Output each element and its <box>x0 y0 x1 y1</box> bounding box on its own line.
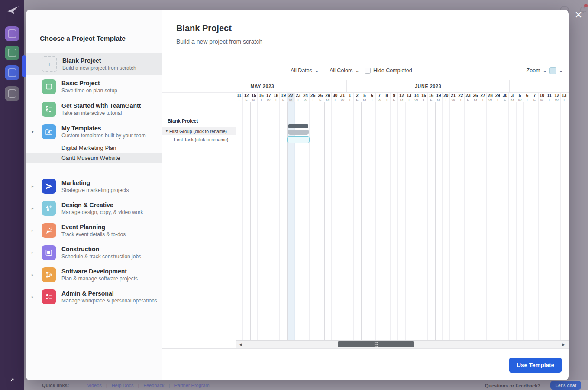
caret-right-icon[interactable]: ▸ <box>32 206 34 211</box>
chevron-down-icon: ⌄ <box>543 68 547 73</box>
app-icon-purple[interactable] <box>5 26 19 41</box>
footer-link-partner-program[interactable]: Partner Program <box>174 383 209 388</box>
caret-down-icon[interactable]: ▾ <box>166 129 168 133</box>
template-item-my-templates[interactable]: ▾My TemplatesCustom templates built by y… <box>26 120 162 143</box>
template-item-get-started-with-teamgantt[interactable]: Get Started with TeamGanttTake an intera… <box>26 98 162 120</box>
scroll-left-arrow[interactable]: ◀ <box>236 341 244 348</box>
close-icon[interactable]: ✕ <box>573 10 584 20</box>
grid-column <box>280 102 287 341</box>
zoom-controls[interactable]: Zoom ⌄ ⌄ <box>527 62 563 79</box>
month-header-may-2023: MAY 2023 <box>236 80 347 92</box>
scrollbar-thumb[interactable] <box>338 341 414 347</box>
template-subtitle: Strategize marketing projects <box>61 187 129 193</box>
shapes-icon <box>42 201 56 216</box>
day-column-header: 28W <box>487 93 494 102</box>
grid-column <box>450 102 457 341</box>
day-column-header: 7W <box>376 93 383 102</box>
day-column-header: 24W <box>302 93 310 102</box>
caret-right-icon[interactable]: ▸ <box>32 228 34 233</box>
caret-right-icon[interactable]: ▸ <box>32 295 34 299</box>
task-bar[interactable] <box>287 136 309 143</box>
day-column-header: 20T <box>443 93 450 102</box>
caret-down-icon[interactable]: ▾ <box>32 130 34 134</box>
day-column-header: 26M <box>472 93 479 102</box>
gantt-horizontal-scrollbar[interactable]: ◀ ▶ <box>236 340 569 348</box>
template-item-construction[interactable]: ▸ConstructionSchedule & track constructi… <box>26 241 162 263</box>
teamgantt-logo-icon[interactable] <box>7 5 19 16</box>
app-icon-gray[interactable] <box>5 86 19 101</box>
hide-completed-toggle[interactable]: Hide Completed <box>365 62 412 79</box>
feedback-question: Questions or Feedback? <box>485 383 540 388</box>
day-column-header: 29M <box>324 93 332 102</box>
template-item-admin-personal[interactable]: ▸Admin & PersonalManage workplace & pers… <box>26 286 162 308</box>
gantt-task-row[interactable]: First Task (click to rename) <box>162 136 236 143</box>
group-label[interactable]: First Group (click to rename) <box>169 129 227 134</box>
link-separator: | <box>138 383 139 388</box>
group-bar[interactable] <box>288 130 309 135</box>
month-header <box>510 80 569 92</box>
day-column-header: 5M <box>361 93 368 102</box>
template-item-event-planning[interactable]: ▸Event PlanningTrack event details & to-… <box>26 219 162 241</box>
day-column-header: 11T <box>236 93 243 102</box>
grid-column <box>354 102 361 341</box>
caret-right-icon[interactable]: ▸ <box>32 273 34 277</box>
project-summary-line <box>236 127 569 127</box>
checklist-icon <box>42 289 56 304</box>
grid-column <box>509 102 516 341</box>
grid-column <box>443 102 450 341</box>
grid-column <box>339 102 346 341</box>
grid-column <box>428 102 435 341</box>
zoom-color-swatch[interactable] <box>549 67 556 74</box>
template-item-basic-project[interactable]: Basic ProjectSave time on plan setup <box>26 75 162 98</box>
party-popper-icon <box>42 223 56 238</box>
panel-heading: Choose a Project Template <box>26 10 162 42</box>
zoom-label: Zoom <box>527 68 540 74</box>
day-column-header: 6T <box>368 93 376 102</box>
share-icon[interactable] <box>5 373 19 387</box>
scroll-right-arrow[interactable]: ▶ <box>560 341 568 348</box>
app-icon-blue[interactable] <box>5 65 19 80</box>
all-dates-dropdown[interactable]: All Dates ⌄ <box>291 62 319 79</box>
grid-column <box>368 102 376 341</box>
template-item-software-development[interactable]: ▸Software DevelopmentPlan & manage softw… <box>26 263 162 286</box>
grid-column <box>457 102 465 341</box>
grid-column <box>250 102 258 341</box>
my-template-label: Digital Marketing Plan <box>61 145 116 151</box>
gantt-group-row[interactable]: ▾ First Group (click to rename) <box>162 127 236 135</box>
footer-link-videos[interactable]: Videos <box>87 383 101 388</box>
grid-column <box>272 102 280 341</box>
quick-links-label: Quick links: <box>42 383 69 388</box>
day-column-header: 2F <box>354 93 361 102</box>
my-template-gantt-museum-website[interactable]: Gantt Museum Website <box>26 153 162 163</box>
app-icon-green[interactable] <box>5 46 19 60</box>
my-template-digital-marketing-plan[interactable]: Digital Marketing Plan <box>26 143 162 153</box>
task-label[interactable]: First Task (click to rename) <box>174 137 228 142</box>
day-column-header: 13T <box>405 93 413 102</box>
day-column-header: 15M <box>250 93 258 102</box>
grid-column <box>479 102 487 341</box>
day-column-header: 12W <box>553 93 561 102</box>
my-template-label: Gantt Museum Website <box>61 155 120 161</box>
chevron-down-icon: ⌄ <box>315 68 319 73</box>
day-column-header: 19M <box>435 93 443 102</box>
template-item-marketing[interactable]: ▸MarketingStrategize marketing projects <box>26 175 162 197</box>
day-column-header: 23T <box>295 93 302 102</box>
day-column-header: 8T <box>383 93 391 102</box>
template-item-blank-project[interactable]: +Blank ProjectBuild a new project from s… <box>26 53 162 75</box>
gantt-preview: Blank Project ▾ First Group (click to re… <box>162 80 569 349</box>
chat-button[interactable]: Let's chat <box>550 381 581 390</box>
caret-right-icon[interactable]: ▸ <box>32 250 34 255</box>
caret-right-icon[interactable]: ▸ <box>32 184 34 188</box>
preview-title: Blank Project <box>176 23 232 33</box>
grid-column <box>487 102 494 341</box>
day-column-header: 19F <box>280 93 287 102</box>
grid-column <box>494 102 501 341</box>
grid-column <box>553 102 561 341</box>
day-column-header: 10M <box>539 93 546 102</box>
use-template-button[interactable]: Use Template <box>509 358 562 373</box>
footer-link-help-docs[interactable]: Help Docs <box>112 383 134 388</box>
template-item-design-creative[interactable]: ▸Design & CreativeManage design, copy, &… <box>26 197 162 219</box>
footer-link-feedback[interactable]: Feedback <box>143 383 164 388</box>
all-colors-dropdown[interactable]: All Colors ⌄ <box>330 62 359 79</box>
hide-completed-checkbox[interactable] <box>365 68 371 74</box>
